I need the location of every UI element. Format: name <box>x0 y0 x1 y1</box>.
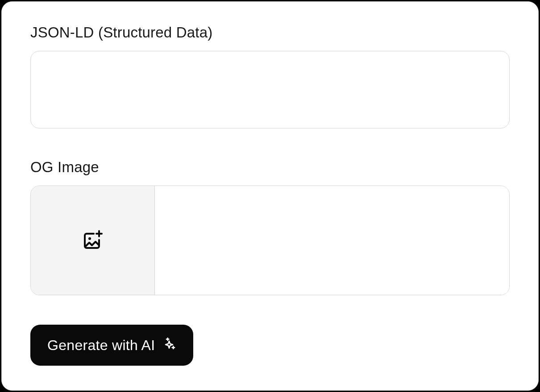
generate-with-ai-button[interactable]: Generate with AI <box>30 325 193 366</box>
jsonld-label: JSON-LD (Structured Data) <box>30 24 510 41</box>
ogimage-label: OG Image <box>30 159 510 176</box>
jsonld-textarea[interactable] <box>30 51 510 128</box>
image-preview-area <box>155 186 509 295</box>
form-card: JSON-LD (Structured Data) OG Image Gener… <box>1 1 539 391</box>
svg-point-1 <box>88 237 91 240</box>
sparkles-icon <box>162 336 176 354</box>
upload-image-button[interactable] <box>31 186 155 295</box>
ogimage-field <box>30 186 510 295</box>
generate-button-label: Generate with AI <box>47 337 155 354</box>
image-plus-icon <box>82 229 104 252</box>
